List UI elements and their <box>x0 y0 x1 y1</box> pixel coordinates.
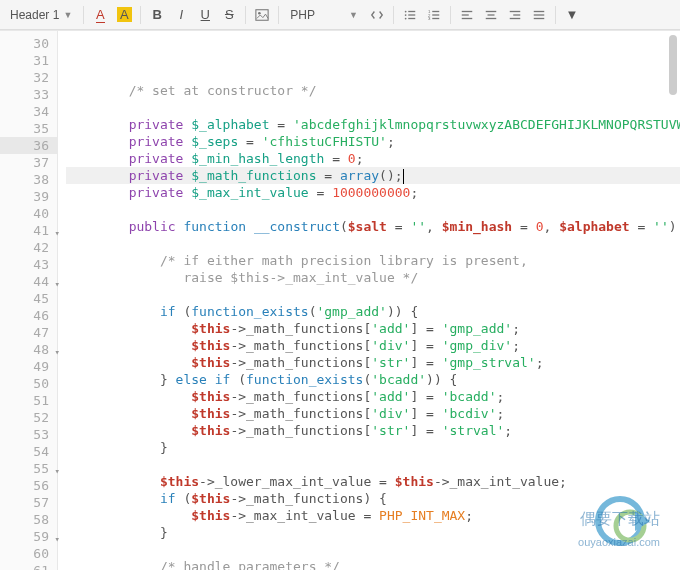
code-line: $this->_math_functions['add'] = 'gmp_add… <box>66 320 680 337</box>
gutter-line: 49 <box>0 358 57 375</box>
align-left-button[interactable] <box>456 4 478 26</box>
gutter-line: 43 <box>0 256 57 273</box>
separator <box>393 6 394 24</box>
gutter-line: 46 <box>0 307 57 324</box>
code-line: if ($this->_math_functions) { <box>66 490 680 507</box>
gutter-line: 59▾ <box>0 528 57 545</box>
svg-point-3 <box>405 14 407 16</box>
gutter-line: 56 <box>0 477 57 494</box>
code-line: $this->_math_functions['str'] = 'strval'… <box>66 422 680 439</box>
svg-point-2 <box>405 10 407 12</box>
code-line: $this->_max_int_value = PHP_INT_MAX; <box>66 507 680 524</box>
code-line: $this->_lower_max_int_value = $this->_ma… <box>66 473 680 490</box>
underline-button[interactable]: U <box>194 4 216 26</box>
gutter-line: 51 <box>0 392 57 409</box>
code-area[interactable]: /* set at constructor */ private $_alpha… <box>58 31 680 570</box>
gutter-line: 36 <box>0 137 57 154</box>
code-line: /* handle parameters */ <box>66 558 680 570</box>
gutter-line: 34 <box>0 103 57 120</box>
image-button[interactable] <box>251 4 273 26</box>
code-line: /* if either math precision library is p… <box>66 252 680 269</box>
header-select-label: Header 1 <box>10 8 59 22</box>
svg-point-4 <box>405 17 407 19</box>
gutter-line: 54 <box>0 443 57 460</box>
gutter-line: 40 <box>0 205 57 222</box>
gutter-line: 37 <box>0 154 57 171</box>
code-line: public function __construct($salt = '', … <box>66 218 680 235</box>
svg-text:3: 3 <box>428 16 431 21</box>
code-button[interactable] <box>366 4 388 26</box>
gutter-line: 45 <box>0 290 57 307</box>
scrollbar[interactable] <box>668 35 678 555</box>
italic-button[interactable]: I <box>170 4 192 26</box>
separator <box>83 6 84 24</box>
toolbar: Header 1 ▼ A A B I U S PHP ▼ 123 ▼ <box>0 0 680 30</box>
code-line: /* set at constructor */ <box>66 82 680 99</box>
code-line: private $_math_functions = array(); <box>66 167 680 184</box>
list-ol-button[interactable]: 123 <box>423 4 445 26</box>
code-line <box>66 65 680 82</box>
code-line <box>66 286 680 303</box>
separator <box>278 6 279 24</box>
code-line: $this->_math_functions['div'] = 'gmp_div… <box>66 337 680 354</box>
gutter-line: 61 <box>0 562 57 570</box>
align-right-button[interactable] <box>504 4 526 26</box>
language-select-label: PHP <box>290 8 315 22</box>
code-line: $this->_math_functions['div'] = 'bcdiv'; <box>66 405 680 422</box>
gutter-line: 47 <box>0 324 57 341</box>
chevron-down-icon: ▼ <box>349 10 358 20</box>
strike-button[interactable]: S <box>218 4 240 26</box>
code-line: $this->_math_functions['add'] = 'bcadd'; <box>66 388 680 405</box>
code-line: private $_min_hash_length = 0; <box>66 150 680 167</box>
code-line: private $_max_int_value = 1000000000; <box>66 184 680 201</box>
separator <box>555 6 556 24</box>
code-line: raise $this->_max_int_value */ <box>66 269 680 286</box>
align-justify-button[interactable] <box>528 4 550 26</box>
gutter-line: 35 <box>0 120 57 137</box>
separator <box>245 6 246 24</box>
gutter: 303132333435363738394041▾424344▾45464748… <box>0 31 58 570</box>
gutter-line: 52 <box>0 409 57 426</box>
code-line: if (function_exists('gmp_add')) { <box>66 303 680 320</box>
editor: 303132333435363738394041▾424344▾45464748… <box>0 30 680 570</box>
code-line <box>66 201 680 218</box>
gutter-line: 30 <box>0 35 57 52</box>
gutter-line: 58 <box>0 511 57 528</box>
bold-button[interactable]: B <box>146 4 168 26</box>
gutter-line: 48▾ <box>0 341 57 358</box>
gutter-line: 33 <box>0 86 57 103</box>
code-line <box>66 99 680 116</box>
gutter-line: 53 <box>0 426 57 443</box>
code-line: } else if (function_exists('bcadd')) { <box>66 371 680 388</box>
svg-point-1 <box>258 11 261 14</box>
language-select[interactable]: PHP ▼ <box>284 6 364 24</box>
code-line: $this->_math_functions['str'] = 'gmp_str… <box>66 354 680 371</box>
bg-color-button[interactable]: A <box>113 4 135 26</box>
code-line: } <box>66 439 680 456</box>
code-line <box>66 541 680 558</box>
list-ul-button[interactable] <box>399 4 421 26</box>
gutter-line: 31 <box>0 52 57 69</box>
gutter-line: 39 <box>0 188 57 205</box>
code-line: private $_alphabet = 'abcdefghijklmnopqr… <box>66 116 680 133</box>
more-button[interactable]: ▼ <box>561 4 583 26</box>
code-line <box>66 456 680 473</box>
scroll-thumb[interactable] <box>669 35 677 95</box>
header-select[interactable]: Header 1 ▼ <box>4 6 78 24</box>
gutter-line: 57 <box>0 494 57 511</box>
gutter-line: 41▾ <box>0 222 57 239</box>
gutter-line: 50 <box>0 375 57 392</box>
gutter-line: 44▾ <box>0 273 57 290</box>
code-line <box>66 235 680 252</box>
gutter-line: 42 <box>0 239 57 256</box>
gutter-line: 55▾ <box>0 460 57 477</box>
gutter-line: 60 <box>0 545 57 562</box>
gutter-line: 32 <box>0 69 57 86</box>
gutter-line: 38 <box>0 171 57 188</box>
code-line: private $_seps = 'cfhistuCFHISTU'; <box>66 133 680 150</box>
separator <box>450 6 451 24</box>
chevron-down-icon: ▼ <box>63 10 72 20</box>
align-center-button[interactable] <box>480 4 502 26</box>
code-line: } <box>66 524 680 541</box>
font-color-button[interactable]: A <box>89 4 111 26</box>
